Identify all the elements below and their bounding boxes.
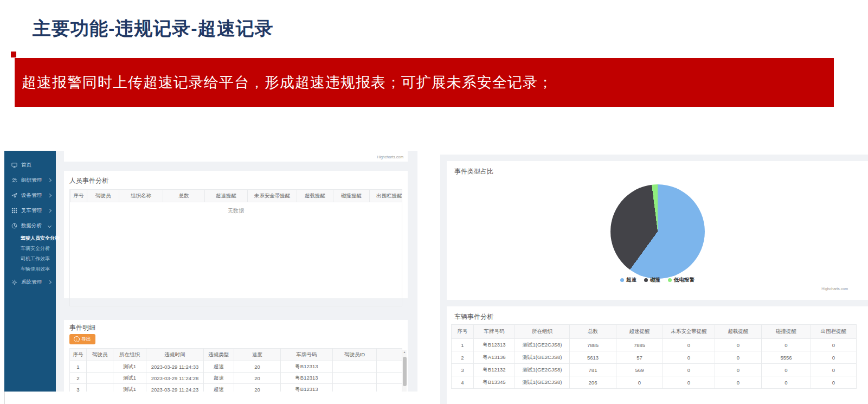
table-cell-filler	[377, 361, 402, 373]
column-header: 序号	[70, 349, 87, 361]
sidebar-item-org[interactable]: 组织管理	[4, 172, 56, 188]
table-cell: 测试1	[113, 384, 146, 392]
table-cell	[87, 373, 113, 384]
table-cell-filler	[377, 384, 402, 392]
sidebar-item-label: 叉车管理	[21, 207, 48, 214]
table-cell: 2023-03-29 11:24:28	[146, 373, 204, 384]
table-row: 1粤B12313测试1(GE2CJS8)788578850000	[452, 339, 857, 351]
table-cell: 超速	[204, 361, 234, 373]
table-cell: 超速	[204, 384, 234, 392]
table-cell: 粤B12132	[474, 364, 515, 376]
table-cell: 1	[70, 361, 87, 373]
sidebar-item-home[interactable]: 首页	[4, 157, 56, 172]
highcharts-credit: Highcharts.com	[820, 287, 848, 291]
table-cell: 测试1(GE2CJS8)	[515, 351, 570, 364]
person-events-card: 人员事件分析 序号驾驶员组织名称总数超速提醒未系安全带提醒超载提醒碰撞提醒出围栏…	[64, 171, 408, 298]
column-header-filler	[377, 349, 402, 361]
column-header: 车牌号码	[281, 349, 333, 361]
legend-item[interactable]: 低电报警	[668, 277, 695, 284]
column-header: 驾驶员ID	[333, 349, 377, 361]
slide-canvas: 主要功能-违规记录-超速记录 超速报警同时上传超速记录给平台，形成超速违规报表；…	[0, 0, 868, 404]
column-header: 超速提醒	[616, 325, 663, 339]
highcharts-credit: Highcharts.com	[377, 155, 403, 159]
legend-dot	[644, 278, 648, 282]
event-detail-card: 事件明细 ↓ 导出 序号驾驶员所在组织违规时间违规类型速度车牌号码驾驶员ID1测…	[64, 320, 408, 392]
sidebar: 首页 组织管理 设备管理 叉车管理 数据分析 驾驶人员	[4, 151, 56, 392]
subitem-label: 驾驶人员安全分析	[21, 235, 60, 242]
table-cell: 0	[715, 339, 762, 351]
chevron-right-icon	[48, 178, 52, 182]
table-cell: 569	[616, 364, 663, 376]
sidebar-subitem-vehicle-safety[interactable]: 车辆安全分析	[4, 243, 56, 254]
table-cell	[87, 384, 113, 392]
person-events-table-box: 序号驾驶员组织名称总数超速提醒未系安全带提醒超载提醒碰撞提醒出围栏提醒 无数据	[69, 189, 402, 306]
data-table: 序号驾驶员所在组织违规时间违规类型速度车牌号码驾驶员ID1测试12023-03-…	[69, 348, 402, 392]
left-content: Highcharts.com 人员事件分析 序号驾驶员组织名称总数超速提醒未系安…	[56, 151, 417, 392]
column-header: 未系安全带提醒	[248, 190, 297, 202]
card-title: 车辆事件分析	[454, 312, 493, 322]
table-row: 4粤B13345测试1(GE2CJS8)20600000	[452, 376, 857, 389]
table-cell: 20	[234, 361, 281, 373]
sidebar-item-forklift[interactable]: 叉车管理	[4, 203, 56, 218]
table-cell: 0	[811, 339, 857, 351]
table-cell: 测试1	[113, 361, 146, 373]
legend-item[interactable]: 超速	[620, 277, 636, 284]
sidebar-subitem-driver-safety[interactable]: 驾驶人员安全分析	[4, 233, 56, 243]
legend-label: 碰撞	[650, 277, 660, 284]
table-row: 2测试12023-03-29 11:24:28超速20粤B12313	[70, 373, 402, 384]
export-button-label: 导出	[81, 336, 91, 343]
scroll-up-arrow[interactable]: ▲	[402, 350, 407, 354]
column-header: 所在组织	[515, 325, 570, 339]
empty-state: 无数据	[70, 202, 402, 215]
users-icon	[11, 177, 17, 183]
table-scrollbar[interactable]: ▲	[402, 350, 407, 392]
table-cell: 测试1(GE2CJS8)	[515, 364, 570, 376]
table-cell-filler	[377, 373, 402, 384]
card-title: 事件类型占比	[454, 167, 493, 176]
sidebar-item-label: 设备管理	[21, 192, 48, 199]
column-header: 出围栏提醒	[370, 190, 403, 202]
table-cell: 0	[663, 376, 715, 389]
sidebar-item-system[interactable]: 系统管理	[4, 274, 56, 290]
column-header: 超载提醒	[297, 190, 333, 202]
table-row: 1测试12023-03-29 11:24:33超速20粤B12313	[70, 361, 402, 373]
table-cell: 0	[811, 351, 857, 364]
table-cell: 3	[452, 364, 474, 376]
scroll-thumb[interactable]	[403, 357, 407, 386]
legend-label: 超速	[626, 277, 636, 284]
sidebar-item-label: 系统管理	[21, 279, 48, 286]
legend-dot	[620, 278, 624, 282]
vehicle-events-table: 序号车牌号码所在组织总数超速提醒未系安全带提醒超载提醒碰撞提醒出围栏提醒1粤B1…	[451, 324, 851, 389]
table-cell: 1	[452, 339, 474, 351]
sidebar-subitem-vehicle-usage[interactable]: 车辆使用效率	[4, 264, 56, 274]
table-cell: 测试1(GE2CJS8)	[515, 376, 570, 389]
card-title: 事件明细	[69, 323, 402, 332]
table-cell: 20	[234, 384, 281, 392]
export-button[interactable]: ↓ 导出	[69, 334, 95, 344]
monitor-icon	[11, 162, 17, 168]
table-cell: 0	[663, 339, 715, 351]
table-cell: 20	[234, 373, 281, 384]
legend-item[interactable]: 碰撞	[644, 277, 660, 284]
banner-corner-chip	[11, 52, 16, 57]
table-cell: 粤B12313	[474, 339, 515, 351]
header-row: 序号车牌号码所在组织总数超速提醒未系安全带提醒超载提醒碰撞提醒出围栏提醒	[452, 325, 857, 339]
column-header: 速度	[234, 349, 281, 361]
sidebar-item-device[interactable]: 设备管理	[4, 188, 56, 203]
pie-icon	[11, 223, 17, 229]
header-row: 序号驾驶员组织名称总数超速提醒未系安全带提醒超载提醒碰撞提醒出围栏提醒	[70, 190, 403, 202]
card-title: 人员事件分析	[69, 176, 402, 185]
table-cell: 粤A13136	[474, 351, 515, 364]
sidebar-item-data-analysis[interactable]: 数据分析	[4, 218, 56, 233]
column-header: 出围栏提醒	[811, 325, 857, 339]
table-cell	[333, 373, 377, 384]
subitem-label: 车辆安全分析	[21, 245, 50, 252]
table-row: 3粤B12132测试1(GE2CJS8)7815690000	[452, 364, 857, 376]
column-header: 驾驶员	[87, 190, 119, 202]
table-cell: 粤B13345	[474, 376, 515, 389]
table-cell: 0	[715, 364, 762, 376]
highlight-banner: 超速报警同时上传超速记录给平台，形成超速违规报表；可扩展未系安全记录；	[15, 58, 834, 107]
sidebar-subitem-driver-efficiency[interactable]: 司机工作效率	[4, 254, 56, 264]
table-cell	[333, 361, 377, 373]
table-cell: 粤B12313	[281, 361, 333, 373]
